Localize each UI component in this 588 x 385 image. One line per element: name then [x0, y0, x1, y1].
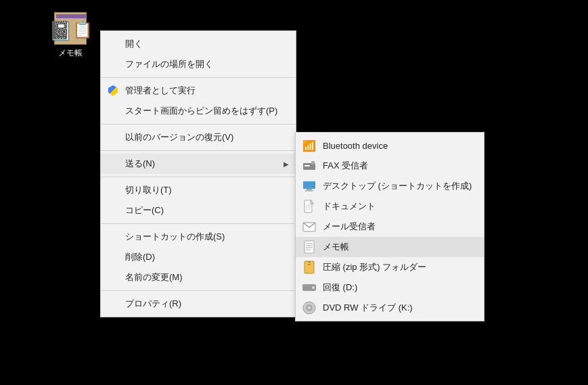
svg-point-23	[312, 286, 315, 289]
submenu-item-mail-label: メール受信者	[323, 221, 376, 233]
desktop-icon-label: メモ帳	[58, 47, 83, 59]
separator-2	[101, 124, 296, 124]
menu-item-open-location[interactable]: ファイルの場所を開く	[101, 54, 296, 74]
menu-item-cut[interactable]: 切り取り(T)	[101, 180, 296, 200]
menu-item-delete[interactable]: 削除(D)	[101, 247, 296, 267]
desktop-icon-image: 📓	[54, 12, 87, 45]
svg-rect-2	[304, 165, 310, 166]
menu-item-properties[interactable]: プロパティ(R)	[101, 294, 296, 314]
svg-rect-1	[311, 161, 315, 164]
bluetooth-icon: 📶	[301, 139, 317, 152]
svg-rect-4	[307, 189, 312, 190]
menu-item-open[interactable]: 開く	[101, 34, 296, 54]
desktop-icon-notepad[interactable]: 📓 メモ帳	[46, 12, 95, 59]
dvd-icon	[301, 301, 317, 315]
separator-3	[101, 150, 296, 151]
submenu-item-bluetooth-label: Bluetooth device	[323, 141, 388, 151]
submenu-item-recovery[interactable]: 回復 (D:)	[296, 277, 484, 298]
menu-item-send-to-label: 送る(N)	[125, 158, 155, 170]
menu-item-properties-label: プロパティ(R)	[125, 298, 181, 310]
svg-rect-18	[308, 261, 311, 263]
submenu-item-notepad[interactable]: メモ帳	[296, 237, 484, 257]
mail-icon	[301, 220, 317, 233]
menu-item-send-to[interactable]: 送る(N)	[101, 154, 296, 174]
context-menu: 開く ファイルの場所を開く 管理者として実行 スタート画面からピン留めをはずす(…	[100, 30, 296, 317]
svg-rect-19	[308, 263, 311, 264]
submenu-item-bluetooth[interactable]: 📶 Bluetooth device	[296, 135, 484, 156]
menu-item-pin-start-label: スタート画面からピン留めをはずす(P)	[125, 105, 277, 117]
submenu-item-desktop-label: デスクトップ (ショートカットを作成)	[323, 180, 472, 192]
submenu-item-document-label: ドキュメント	[323, 200, 376, 212]
menu-item-restore-version[interactable]: 以前のバージョンの復元(V)	[101, 127, 296, 148]
menu-item-open-label: 開く	[125, 38, 143, 50]
svg-point-26	[308, 307, 311, 309]
separator-4	[101, 177, 296, 177]
separator-6	[101, 290, 296, 291]
submenu-item-dvd[interactable]: DVD RW ドライブ (K:)	[296, 298, 484, 318]
submenu-item-document[interactable]: ドキュメント	[296, 196, 484, 217]
separator-5	[101, 223, 296, 224]
submenu-item-zip[interactable]: 圧縮 (zip 形式) フォルダー	[296, 257, 484, 277]
zip-icon	[301, 261, 317, 274]
submenu-item-desktop[interactable]: デスクトップ (ショートカットを作成)	[296, 176, 484, 196]
separator-1	[101, 77, 296, 78]
svg-rect-5	[305, 190, 313, 191]
desktop-shortcut-icon	[301, 179, 317, 193]
menu-item-create-shortcut-label: ショートカットの作成(S)	[125, 231, 225, 243]
drive-d-icon	[301, 281, 317, 294]
submenu-item-notepad-label: メモ帳	[323, 241, 349, 253]
menu-item-copy-label: コピー(C)	[125, 204, 164, 217]
submenu-item-mail[interactable]: メール受信者	[296, 217, 484, 237]
svg-rect-21	[308, 265, 311, 267]
svg-rect-20	[308, 264, 311, 265]
svg-rect-3	[303, 181, 315, 189]
svg-marker-7	[311, 200, 314, 204]
menu-item-run-as-admin-label: 管理者として実行	[125, 85, 196, 97]
menu-item-open-location-label: ファイルの場所を開く	[125, 58, 213, 70]
submenu-item-fax-label: FAX 受信者	[323, 160, 368, 172]
menu-item-restore-version-label: 以前のバージョンの復元(V)	[125, 131, 233, 143]
svg-rect-12	[304, 241, 314, 253]
submenu-item-fax[interactable]: FAX 受信者	[296, 156, 484, 176]
submenu-send-to: 📶 Bluetooth device FAX 受信者 デスクトップ (ショートカ…	[295, 132, 484, 321]
notepad-icon	[301, 240, 317, 254]
menu-item-rename[interactable]: 名前の変更(M)	[101, 267, 296, 288]
menu-item-run-as-admin[interactable]: 管理者として実行	[101, 81, 296, 101]
submenu-item-dvd-label: DVD RW ドライブ (K:)	[323, 302, 413, 314]
shield-icon	[106, 84, 120, 97]
submenu-item-recovery-label: 回復 (D:)	[323, 281, 357, 294]
menu-item-copy[interactable]: コピー(C)	[101, 200, 296, 221]
menu-item-delete-label: 削除(D)	[125, 251, 155, 263]
menu-item-pin-start[interactable]: スタート画面からピン留めをはずす(P)	[101, 101, 296, 121]
menu-item-cut-label: 切り取り(T)	[125, 184, 172, 196]
menu-item-create-shortcut[interactable]: ショートカットの作成(S)	[101, 227, 296, 247]
fax-icon	[301, 159, 317, 173]
submenu-item-zip-label: 圧縮 (zip 形式) フォルダー	[323, 261, 426, 273]
menu-item-rename-label: 名前の変更(M)	[125, 271, 183, 284]
document-icon	[301, 200, 317, 213]
